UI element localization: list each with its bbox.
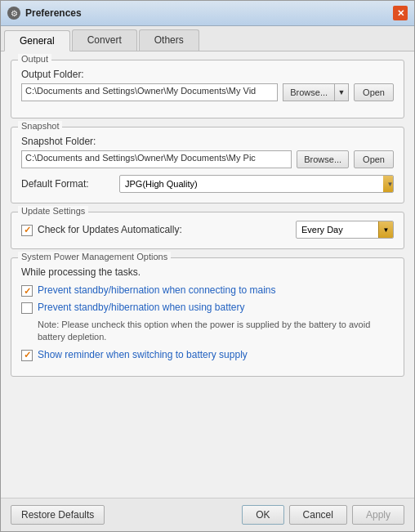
dialog-title: Preferences	[25, 7, 388, 19]
main-content: Output Output Folder: C:\Documents and S…	[1, 51, 414, 498]
snapshot-folder-row: C:\Documents and Settings\Owner\My Docum…	[21, 150, 394, 168]
mains-label[interactable]: Prevent standby/hibernation when connect…	[38, 284, 276, 296]
power-group-label: System Power Management Options	[18, 252, 171, 262]
snapshot-group: Snapshot Snapshot Folder: C:\Documents a…	[11, 127, 404, 203]
battery-checkbox-row: Prevent standby/hibernation when using b…	[21, 302, 394, 314]
tab-others[interactable]: Others	[139, 29, 199, 51]
frequency-value: Every Day	[297, 225, 378, 235]
while-text: While processing the tasks.	[21, 266, 394, 278]
ok-button[interactable]: OK	[242, 505, 283, 525]
format-dropdown-arrow[interactable]: ▼	[383, 175, 394, 193]
update-group: Update Settings Check for Updates Automa…	[11, 212, 404, 249]
output-browse-button[interactable]: Browse...	[283, 83, 334, 101]
browse-button-group: Browse... ▼	[283, 83, 349, 101]
bottom-bar: Restore Defaults OK Cancel Apply	[1, 498, 414, 531]
reminder-checkbox[interactable]	[21, 350, 33, 361]
mains-checkbox[interactable]	[21, 285, 33, 297]
auto-update-checkbox[interactable]	[21, 225, 33, 236]
preferences-dialog: ⚙ Preferences ✕ General Convert Others O…	[0, 0, 415, 532]
mains-checkbox-row: Prevent standby/hibernation when connect…	[21, 284, 394, 297]
power-group: System Power Management Options While pr…	[11, 257, 404, 377]
snapshot-browse-button[interactable]: Browse...	[297, 150, 349, 168]
battery-label[interactable]: Prevent standby/hibernation when using b…	[38, 302, 245, 313]
battery-note: Note: Please uncheck this option when th…	[38, 319, 394, 344]
format-value: JPG(High Quality)	[120, 179, 383, 189]
update-check-row: Check for Updates Automatically: Every D…	[21, 221, 394, 239]
tab-bar: General Convert Others	[1, 26, 414, 51]
output-path-input[interactable]: C:\Documents and Settings\Owner\My Docum…	[21, 83, 278, 101]
title-bar: ⚙ Preferences ✕	[1, 1, 414, 26]
frequency-dropdown-arrow[interactable]: ▼	[378, 221, 393, 239]
auto-update-label: Check for Updates Automatically:	[38, 224, 291, 235]
cancel-button[interactable]: Cancel	[289, 505, 347, 525]
reminder-label[interactable]: Show reminder when switching to battery …	[38, 349, 248, 360]
close-button[interactable]: ✕	[393, 6, 408, 20]
snapshot-path-input[interactable]: C:\Documents and Settings\Owner\My Docum…	[21, 150, 292, 168]
snapshot-group-label: Snapshot	[18, 121, 62, 131]
tab-convert[interactable]: Convert	[72, 29, 137, 51]
format-row: Default Format: JPG(High Quality) ▼	[21, 175, 394, 193]
browse-dropdown-arrow[interactable]: ▼	[334, 83, 349, 101]
output-group: Output Output Folder: C:\Documents and S…	[11, 60, 404, 118]
battery-checkbox[interactable]	[21, 302, 33, 314]
reminder-checkbox-row: Show reminder when switching to battery …	[21, 349, 394, 361]
output-folder-label: Output Folder:	[21, 69, 394, 80]
restore-defaults-button[interactable]: Restore Defaults	[11, 505, 105, 525]
format-label: Default Format:	[21, 178, 119, 190]
update-group-label: Update Settings	[18, 206, 88, 216]
output-group-label: Output	[18, 54, 51, 64]
app-icon: ⚙	[7, 7, 20, 20]
output-open-button[interactable]: Open	[354, 83, 394, 101]
apply-button[interactable]: Apply	[352, 505, 404, 525]
tab-general[interactable]: General	[4, 30, 70, 51]
snapshot-open-button[interactable]: Open	[354, 150, 394, 168]
snapshot-folder-label: Snapshot Folder:	[21, 136, 394, 147]
output-folder-row: C:\Documents and Settings\Owner\My Docum…	[21, 83, 394, 101]
